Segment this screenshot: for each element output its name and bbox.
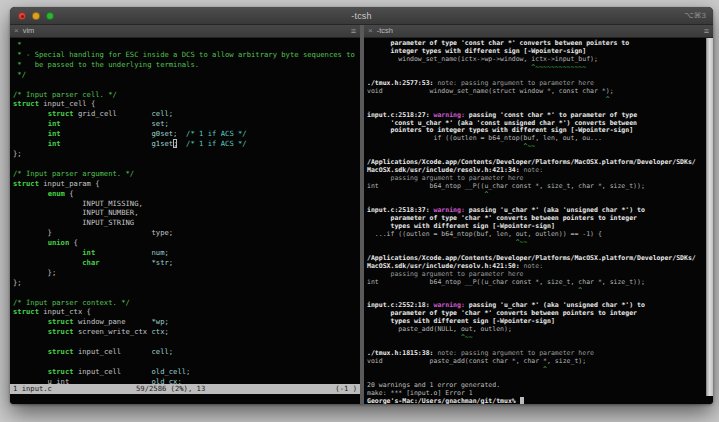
text-segment: if ((outlen = b64_ntop(buf, len, out, ou…: [367, 134, 602, 142]
text-segment: *: [13, 40, 22, 49]
vim-status-filename: 1 input.c: [13, 384, 52, 394]
terminal-line: ^: [367, 191, 706, 199]
text-segment: passing argument to parameter here: [367, 270, 524, 278]
text-segment: ./tmux.h:2577:53:: [367, 79, 437, 87]
terminal-line: struct input_cell old_cell;: [13, 367, 360, 377]
terminal-line: [13, 159, 360, 169]
terminal-line: /* Input parser cell. */: [13, 90, 360, 100]
terminal-line: ^~~: [367, 143, 706, 151]
text-segment: ctx;: [151, 327, 168, 336]
minimize-window-button[interactable]: [32, 12, 40, 20]
text-segment: parameter of type 'const char *' convert…: [367, 39, 629, 47]
text-segment: input_cell: [74, 347, 152, 356]
text-segment: cell;: [151, 109, 173, 118]
text-segment: input_param {: [39, 179, 100, 188]
text-segment: ^~~: [367, 238, 527, 246]
vim-command-line: [10, 394, 360, 404]
text-segment: [13, 238, 48, 247]
shell-pane-titlebar: × -tcsh ≡: [364, 25, 713, 38]
window-title: -tcsh: [10, 11, 713, 21]
pane-title-label: -tcsh: [377, 27, 393, 35]
text-segment: integer types with different sign [-Wpoi…: [367, 47, 586, 55]
text-segment: window_set_name(ictx->wp->window, ictx->…: [367, 55, 598, 63]
text-segment: ./tmux.h:1815:38:: [367, 349, 437, 357]
text-segment: INPUT_NUMBER,: [13, 208, 139, 217]
text-segment: [13, 189, 48, 198]
text-segment: ^~~: [367, 333, 473, 341]
text-segment: input.c:2518:37:: [367, 206, 434, 214]
terminal-line: INPUT_NUMBER,: [13, 208, 360, 218]
terminal-line: struct window_pane *wp;: [13, 317, 360, 327]
text-segment: [61, 139, 152, 148]
terminal-line: ^: [367, 287, 706, 295]
text-segment: [13, 347, 48, 356]
pane-menu-icon[interactable]: ≡: [351, 27, 356, 36]
terminal-line: [13, 80, 360, 90]
text-segment: make: *** [input.o] Error 1: [367, 389, 473, 397]
text-segment: MacOSX.sdk/usr/include/resolv.h:421:50:: [367, 262, 524, 270]
close-pane-icon[interactable]: ×: [14, 27, 19, 35]
terminal-line: */: [13, 70, 360, 80]
terminal-line: *: [13, 40, 360, 50]
text-segment: /* Input parser cell. */: [13, 90, 117, 99]
text-segment: note:: [524, 166, 544, 174]
shell-terminal-content[interactable]: parameter of type 'const char *' convert…: [364, 38, 706, 404]
text-segment: [13, 327, 48, 336]
text-segment: input.c:2552:18:: [367, 301, 434, 309]
zoom-window-button[interactable]: [46, 12, 54, 20]
terminal-line: };: [13, 268, 360, 278]
text-segment: char: [82, 258, 99, 267]
split-pane-container: × vim ≡ * * - Special handling for ESC i…: [10, 25, 713, 404]
scrollbar[interactable]: [706, 38, 713, 396]
text-segment: u_int: [13, 377, 151, 384]
text-segment: struct: [13, 99, 39, 108]
window-titlebar[interactable]: -tcsh ⌥⌘3: [10, 7, 713, 25]
pane-menu-icon[interactable]: ≡: [704, 27, 709, 36]
close-pane-icon[interactable]: ×: [368, 27, 373, 35]
terminal-line: int num;: [13, 248, 360, 258]
text-segment: warning:: [434, 301, 469, 309]
terminal-line: struct input_param {: [13, 179, 360, 189]
text-segment: [177, 139, 186, 148]
text-segment: types with different sign [-Wpointer-sig…: [367, 317, 555, 325]
text-segment: /* Input parser argument. */: [13, 169, 134, 178]
terminal-line: /* Input parser context. */: [13, 298, 360, 308]
terminal-line: George's-Mac:/Users/gnachman/git/tmux%: [367, 398, 706, 404]
vim-status-position: 59/2586 (2%), 13: [136, 384, 205, 394]
text-segment: int: [48, 139, 61, 148]
text-segment: * be passed to the underlying terminals.: [13, 60, 199, 69]
terminal-line: union {: [13, 238, 360, 248]
text-segment: ^: [367, 190, 488, 198]
terminal-line: ^: [367, 96, 706, 104]
terminal-line: INPUT_MISSING,: [13, 199, 360, 209]
text-segment: note:: [524, 262, 544, 270]
text-segment: };: [13, 149, 22, 158]
text-segment: INPUT_MISSING,: [13, 199, 143, 208]
text-segment: passing 'const char *' to parameter of t…: [469, 111, 637, 119]
terminal-cursor: [520, 397, 524, 404]
text-segment: [13, 258, 82, 267]
text-segment: INPUT_STRING: [13, 218, 134, 227]
terminal-line: * be passed to the underlying terminals.: [13, 60, 360, 70]
terminal-window: -tcsh ⌥⌘3 × vim ≡ * * - Special handling…: [10, 7, 713, 404]
close-window-button[interactable]: [18, 12, 26, 20]
traffic-lights: [10, 12, 54, 20]
text-segment: };: [13, 268, 56, 277]
text-segment: num;: [152, 248, 169, 257]
vim-terminal-content[interactable]: * * - Special handling for ESC inside a …: [10, 38, 360, 384]
text-segment: struct: [13, 307, 39, 316]
text-segment: } type;: [13, 228, 173, 237]
text-segment: warning:: [434, 206, 469, 214]
terminal-line: struct input_cell {: [13, 99, 360, 109]
terminal-line: ^~~~~~~~~~~~~~: [367, 64, 706, 72]
terminal-line: ^~~: [367, 334, 706, 342]
text-segment: /* 1 if ACS */: [186, 129, 247, 138]
text-segment: [100, 258, 152, 267]
text-segment: note: passing argument to parameter here: [437, 79, 594, 87]
text-segment: };: [13, 278, 22, 287]
text-segment: * - Special handling for ESC inside a DC…: [13, 50, 355, 59]
terminal-line: int g0set; /* 1 if ACS */: [13, 129, 360, 139]
text-segment: ^: [367, 286, 582, 294]
terminal-line: } type;: [13, 228, 360, 238]
terminal-line: [13, 357, 360, 367]
